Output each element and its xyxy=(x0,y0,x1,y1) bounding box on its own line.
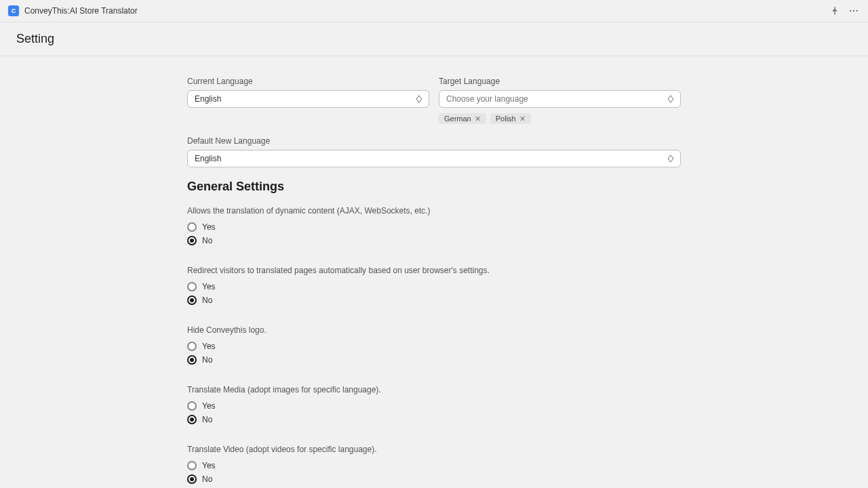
pin-icon[interactable] xyxy=(829,5,841,17)
tag-label: Polish xyxy=(496,115,516,123)
page-title: Setting xyxy=(16,32,852,46)
settings-container: Allows the translation of dynamic conten… xyxy=(187,206,681,484)
svg-point-2 xyxy=(856,10,858,12)
target-language-placeholder: Choose your language xyxy=(446,94,528,104)
setting-desc: Redirect visitors to translated pages au… xyxy=(187,266,681,275)
radio-icon xyxy=(187,282,197,291)
more-icon[interactable] xyxy=(848,5,860,17)
setting-desc: Translate Media (adopt images for specif… xyxy=(187,385,681,394)
radio-option-yes[interactable]: Yes xyxy=(187,461,681,470)
language-tag: Polish ✕ xyxy=(490,113,531,124)
target-language-label: Target Language xyxy=(439,77,681,86)
target-language-field: Target Language Choose your language Ger… xyxy=(439,77,681,124)
radio-option-no[interactable]: No xyxy=(187,236,681,245)
radio-label: Yes xyxy=(202,461,216,470)
target-language-tags: German ✕ Polish ✕ xyxy=(439,113,681,124)
radio-option-no[interactable]: No xyxy=(187,474,681,484)
titlebar-right xyxy=(829,5,860,17)
radio-option-no[interactable]: No xyxy=(187,296,681,305)
radio-label: No xyxy=(202,236,212,245)
default-new-language-field: Default New Language English xyxy=(187,136,681,167)
radio-label: Yes xyxy=(202,342,216,351)
radio-option-no[interactable]: No xyxy=(187,355,681,365)
titlebar-left: C ConveyThis:AI Store Translator xyxy=(8,5,138,16)
setting-block: Translate Media (adopt images for specif… xyxy=(187,385,681,424)
setting-desc: Hide Conveythis logo. xyxy=(187,325,681,335)
radio-icon xyxy=(187,355,197,365)
current-language-field: Current Language English xyxy=(187,77,429,124)
chevron-updown-icon xyxy=(667,155,675,163)
tag-label: German xyxy=(444,115,471,123)
app-title: ConveyThis:AI Store Translator xyxy=(24,6,138,16)
default-new-language-value: English xyxy=(195,154,221,163)
radio-label: No xyxy=(202,474,212,484)
content: Current Language English Target Language… xyxy=(187,56,681,488)
radio-icon xyxy=(187,415,197,424)
language-tag: German ✕ xyxy=(439,113,486,124)
radio-option-no[interactable]: No xyxy=(187,415,681,424)
default-new-language-select[interactable]: English xyxy=(187,150,681,167)
page-header: Setting xyxy=(0,22,868,56)
language-row: Current Language English Target Language… xyxy=(187,77,681,136)
setting-block: Translate Video (adopt videos for specif… xyxy=(187,445,681,484)
setting-block: Allows the translation of dynamic conten… xyxy=(187,206,681,245)
radio-icon xyxy=(187,236,197,245)
current-language-value: English xyxy=(195,94,221,104)
default-new-language-label: Default New Language xyxy=(187,136,681,146)
current-language-label: Current Language xyxy=(187,77,429,86)
close-icon[interactable]: ✕ xyxy=(474,115,482,123)
radio-option-yes[interactable]: Yes xyxy=(187,401,681,411)
radio-icon xyxy=(187,401,197,411)
target-language-select[interactable]: Choose your language xyxy=(439,90,681,108)
radio-icon xyxy=(187,296,197,305)
radio-icon xyxy=(187,342,197,351)
radio-label: Yes xyxy=(202,401,216,411)
radio-label: No xyxy=(202,355,212,365)
setting-block: Hide Conveythis logo.YesNo xyxy=(187,325,681,365)
close-icon[interactable]: ✕ xyxy=(519,115,527,123)
current-language-select[interactable]: English xyxy=(187,90,429,108)
radio-option-yes[interactable]: Yes xyxy=(187,342,681,351)
titlebar: C ConveyThis:AI Store Translator xyxy=(0,0,868,22)
general-settings-title: General Settings xyxy=(187,180,681,194)
chevron-updown-icon xyxy=(415,95,423,103)
setting-desc: Allows the translation of dynamic conten… xyxy=(187,206,681,216)
svg-point-1 xyxy=(853,10,854,12)
svg-point-0 xyxy=(850,10,851,12)
radio-label: Yes xyxy=(202,222,216,232)
setting-desc: Translate Video (adopt videos for specif… xyxy=(187,445,681,454)
radio-option-yes[interactable]: Yes xyxy=(187,222,681,232)
radio-icon xyxy=(187,222,197,232)
radio-icon xyxy=(187,461,197,470)
chevron-updown-icon xyxy=(667,95,675,103)
radio-label: Yes xyxy=(202,282,216,291)
app-icon: C xyxy=(8,5,19,16)
radio-label: No xyxy=(202,296,212,305)
setting-block: Redirect visitors to translated pages au… xyxy=(187,266,681,305)
radio-option-yes[interactable]: Yes xyxy=(187,282,681,291)
radio-icon xyxy=(187,474,197,484)
radio-label: No xyxy=(202,415,212,424)
